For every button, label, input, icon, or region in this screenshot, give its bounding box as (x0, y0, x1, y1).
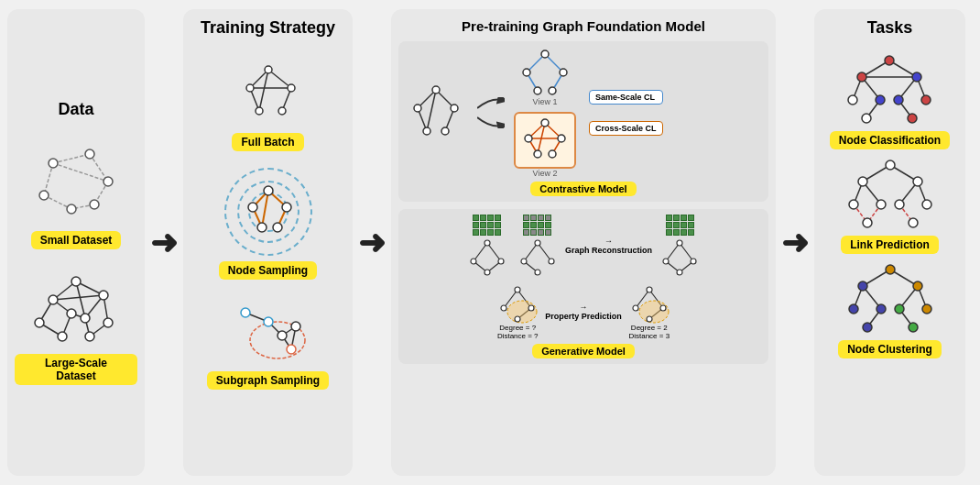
svg-point-55 (257, 223, 267, 232)
svg-point-7 (49, 159, 58, 168)
svg-point-75 (441, 127, 449, 135)
svg-point-83 (523, 69, 530, 76)
svg-point-66 (287, 345, 296, 354)
svg-point-131 (639, 301, 669, 323)
svg-point-95 (549, 150, 556, 158)
svg-point-76 (423, 127, 430, 135)
svg-line-35 (268, 70, 291, 88)
svg-point-44 (278, 107, 286, 115)
node-clustering-graph (835, 259, 945, 336)
svg-point-153 (862, 114, 871, 123)
svg-point-171 (863, 218, 872, 227)
svg-point-104 (485, 270, 490, 275)
strategy-node-sampling: Node Sampling (219, 166, 317, 280)
svg-point-147 (857, 72, 866, 82)
main-container: Data Small Dataset (0, 0, 980, 485)
svg-point-27 (99, 291, 108, 300)
svg-point-183 (922, 304, 931, 314)
svg-line-39 (259, 70, 268, 111)
svg-point-118 (663, 259, 669, 264)
prop-input-graph (495, 282, 540, 324)
svg-point-74 (414, 105, 421, 112)
svg-point-133 (660, 305, 666, 311)
recon-input-graph (464, 236, 510, 277)
full-batch-label: Full Batch (232, 133, 303, 151)
svg-point-11 (67, 204, 76, 214)
recon-masked-graph (515, 236, 561, 277)
arrow-to-view1 (477, 97, 505, 111)
svg-line-106 (524, 243, 538, 261)
node-sampling-graph (236, 180, 300, 244)
svg-point-26 (71, 277, 81, 286)
svg-point-116 (677, 240, 682, 246)
small-dataset-label: Small Dataset (31, 231, 122, 249)
strategy-subgraph-sampling: Subgraph Sampling (207, 294, 329, 390)
svg-point-102 (498, 259, 504, 264)
svg-point-148 (921, 95, 931, 105)
node-sampling-label: Node Sampling (219, 261, 317, 280)
prop-output-graph (626, 282, 672, 324)
svg-point-45 (256, 107, 263, 115)
svg-point-10 (39, 191, 49, 200)
svg-point-165 (858, 177, 867, 186)
small-dataset-container: Small Dataset (26, 145, 126, 249)
svg-point-65 (291, 322, 300, 331)
svg-point-111 (535, 270, 540, 275)
svg-point-52 (282, 203, 291, 212)
subgraph-sampling-label: Subgraph Sampling (207, 371, 329, 390)
svg-line-23 (76, 281, 85, 318)
svg-line-24 (53, 295, 103, 300)
generative-model-label: Generative Model (532, 344, 635, 358)
svg-point-64 (278, 331, 287, 340)
svg-line-71 (427, 90, 436, 131)
svg-point-166 (922, 200, 931, 209)
svg-line-113 (666, 243, 680, 261)
svg-point-94 (525, 135, 532, 142)
svg-point-124 (515, 287, 520, 292)
svg-point-41 (265, 66, 272, 73)
pretrain-inner: View 1 (398, 41, 768, 364)
contrastive-model-label: Contrastive Model (530, 182, 636, 196)
pretrain-title: Pre-training Graph Foundation Model (462, 18, 705, 34)
svg-point-82 (560, 69, 567, 76)
svg-point-186 (877, 304, 886, 314)
svg-point-85 (534, 87, 541, 94)
link-prediction-graph (835, 154, 945, 232)
svg-point-54 (273, 223, 282, 232)
distance-q-label: Distance = ? (497, 332, 539, 340)
arrow-3: ➜ (781, 9, 809, 476)
svg-point-184 (895, 304, 904, 314)
svg-point-135 (647, 316, 652, 322)
link-prediction-label: Link Prediction (841, 236, 939, 254)
task-node-clustering: Node Clustering (835, 259, 945, 358)
svg-line-105 (538, 243, 551, 261)
task-node-classification: Node Classification (830, 50, 950, 149)
svg-point-92 (541, 119, 549, 127)
arrow-2: ➜ (358, 9, 386, 476)
view1-label: View 1 (533, 97, 558, 106)
svg-point-123 (507, 301, 537, 323)
svg-point-163 (886, 160, 895, 170)
svg-line-6 (53, 163, 108, 182)
cross-scale-cl: Cross-Scale CL (589, 121, 663, 136)
degree-q-label: Degree = ? (499, 324, 536, 332)
graph-recon-label: Graph Reconstruction (565, 246, 652, 255)
view2-label: View 2 (533, 169, 558, 178)
view2-graph (517, 116, 572, 161)
svg-point-30 (81, 314, 90, 323)
section-strategy: Training Strategy Full Batch (183, 9, 353, 476)
svg-point-29 (103, 318, 113, 327)
section-pretrain: Pre-training Graph Foundation Model (391, 9, 776, 476)
recon-output-graph (657, 236, 702, 277)
svg-point-34 (58, 332, 67, 341)
svg-point-73 (451, 105, 458, 112)
svg-point-31 (35, 318, 44, 327)
task-link-prediction: Link Prediction (835, 154, 945, 254)
svg-point-181 (913, 281, 922, 291)
svg-point-167 (895, 200, 904, 209)
generative-model-container: → Graph Reconstruction (398, 209, 768, 364)
degree-a-label: Degree = 2 (631, 324, 668, 332)
node-classification-label: Node Classification (830, 131, 950, 149)
strategy-title: Training Strategy (201, 18, 335, 38)
svg-point-9 (103, 177, 113, 186)
